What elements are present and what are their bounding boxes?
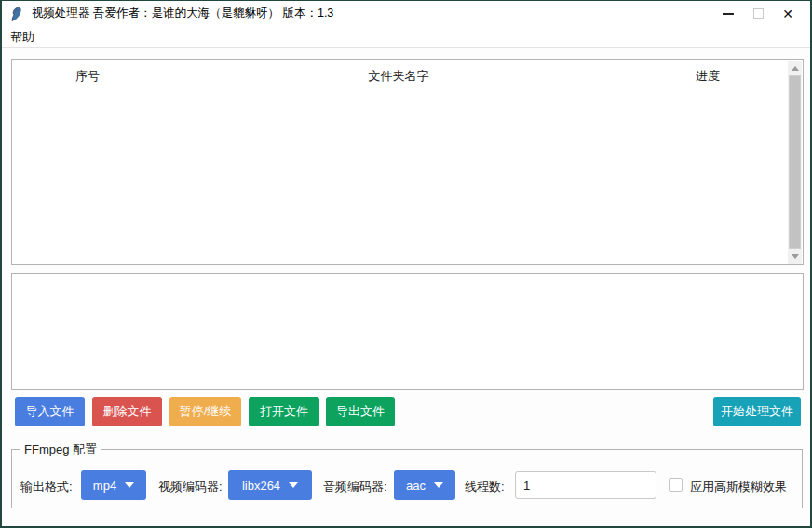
- close-button[interactable]: ✕: [773, 1, 803, 26]
- audio-encoder-value: aac: [406, 479, 426, 493]
- pause-resume-button[interactable]: 暂停/继续: [169, 397, 241, 426]
- maximize-button[interactable]: [743, 1, 773, 26]
- column-header-folder-name: 文件夹名字: [369, 68, 429, 85]
- output-format-label: 输出格式:: [20, 479, 73, 495]
- import-files-button[interactable]: 导入文件: [15, 397, 85, 426]
- threads-label: 线程数:: [465, 479, 505, 495]
- export-files-button[interactable]: 导出文件: [326, 397, 395, 426]
- gaussian-blur-checkbox[interactable]: [669, 478, 683, 492]
- gaussian-blur-label: 应用高斯模糊效果: [690, 479, 787, 495]
- video-encoder-value: libx264: [242, 479, 280, 493]
- audio-encoder-label: 音频编码器:: [323, 479, 387, 495]
- feather-app-icon: [9, 7, 24, 21]
- delete-files-button[interactable]: 删除文件: [92, 397, 162, 426]
- audio-encoder-dropdown[interactable]: aac: [394, 470, 455, 500]
- scroll-up-button[interactable]: [788, 61, 802, 75]
- chevron-down-icon: [125, 482, 134, 488]
- chevron-down-icon: [289, 482, 298, 488]
- minimize-button[interactable]: [713, 1, 743, 26]
- open-files-button[interactable]: 打开文件: [249, 397, 319, 426]
- log-panel[interactable]: [11, 273, 804, 390]
- file-table-panel: 序号 文件夹名字 进度: [11, 59, 804, 265]
- titlebar: 视频处理器 吾爱作者：是谁的大海（是貔貅呀） 版本：1.3 ✕: [2, 1, 810, 26]
- window-controls: ✕: [713, 1, 803, 26]
- output-format-value: mp4: [93, 479, 116, 493]
- column-header-index: 序号: [75, 68, 100, 85]
- minimize-icon: [723, 13, 734, 15]
- scroll-down-icon: [792, 254, 799, 259]
- video-encoder-label: 视频编码器:: [158, 479, 223, 495]
- table-body[interactable]: [12, 86, 788, 264]
- ffmpeg-config-title: FFmpeg 配置: [20, 441, 101, 458]
- menubar: 帮助: [2, 26, 810, 48]
- chevron-down-icon: [434, 482, 443, 488]
- menu-help[interactable]: 帮助: [2, 26, 43, 47]
- threads-input[interactable]: [515, 471, 656, 499]
- output-format-dropdown[interactable]: mp4: [81, 470, 146, 500]
- start-processing-button[interactable]: 开始处理文件: [713, 397, 801, 426]
- app-window: 视频处理器 吾爱作者：是谁的大海（是貔貅呀） 版本：1.3 ✕ 帮助 序号 文件…: [0, 0, 812, 528]
- column-header-progress: 进度: [696, 68, 720, 85]
- scrollbar-thumb[interactable]: [789, 75, 801, 249]
- scroll-down-button[interactable]: [788, 249, 802, 264]
- table-scrollbar[interactable]: [788, 61, 802, 264]
- video-encoder-dropdown[interactable]: libx264: [228, 470, 312, 500]
- scroll-up-icon: [792, 66, 799, 71]
- table-header: 序号 文件夹名字 进度: [12, 60, 803, 86]
- close-icon: ✕: [782, 7, 793, 20]
- window-title: 视频处理器 吾爱作者：是谁的大海（是貔貅呀） 版本：1.3: [32, 6, 333, 21]
- maximize-icon: [753, 8, 764, 19]
